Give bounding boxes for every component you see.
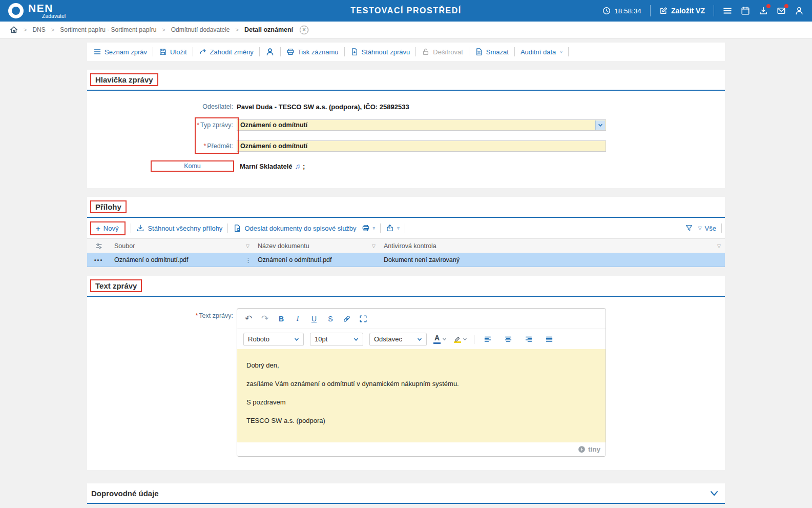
redo-button[interactable]: ↷ xyxy=(258,312,272,326)
align-justify-button[interactable] xyxy=(542,333,556,346)
align-left-button[interactable] xyxy=(481,333,495,346)
close-icon[interactable]: × xyxy=(300,26,308,34)
brand-role: Zadavatel xyxy=(42,13,66,19)
contacts-icon xyxy=(265,47,275,56)
document-gear-icon xyxy=(233,224,241,232)
chevron-down-icon xyxy=(294,337,299,342)
required-mark: * xyxy=(197,121,199,129)
chevron-separator: > xyxy=(51,27,54,33)
messages-button[interactable] xyxy=(777,6,786,15)
bold-button[interactable]: B xyxy=(274,312,288,326)
fullscreen-button[interactable] xyxy=(356,312,370,326)
column-header-nazev[interactable]: Název dokumentu ▽ xyxy=(254,239,380,253)
link-icon xyxy=(343,315,351,323)
message-list-label: Seznam zpráv xyxy=(105,48,147,56)
decrypt-button: Dešifrovat xyxy=(422,48,463,56)
cell-nazev[interactable]: Oznámení o odmítnutí.pdf xyxy=(254,253,380,267)
row-menu-icon[interactable]: ••• xyxy=(87,253,110,267)
sender-row: Odesílatel: Pavel Duda - TESCO SW a.s. (… xyxy=(87,101,725,112)
divider xyxy=(344,47,345,56)
column-label: Název dokumentu xyxy=(258,242,309,250)
editor-toolbar-row1: ↶ ↷ B I U S xyxy=(237,309,606,329)
cell-antivir[interactable]: Dokument není zavirovaný xyxy=(380,253,725,267)
menu-button[interactable] xyxy=(723,6,732,15)
underline-button[interactable]: U xyxy=(307,312,321,326)
clock-icon xyxy=(602,7,611,15)
download-all-attachments-button[interactable]: Stáhnout všechny přílohy xyxy=(136,224,222,232)
downloads-button[interactable] xyxy=(759,6,768,15)
column-header-soubor[interactable]: Soubor ▽ xyxy=(110,239,254,253)
view-all-filter-button[interactable]: ▽ Vše xyxy=(698,225,716,232)
filter-button[interactable] xyxy=(685,224,693,232)
save-button[interactable]: Uložit xyxy=(159,48,187,56)
tiny-logo-icon xyxy=(578,445,586,453)
row-actions-icon[interactable]: ⋮ xyxy=(245,256,252,264)
table-row[interactable]: ••• Oznámení o odmítnutí.pdf ⋮ Oznámení … xyxy=(87,253,725,267)
chevron-down-icon: ▿ xyxy=(373,226,376,231)
attachments-toolbar: + Nový Stáhnout všechny přílohy Odeslat … xyxy=(87,218,725,238)
send-to-filing-service-button[interactable]: Odeslat dokumenty do spisové služby xyxy=(233,224,356,232)
audit-data-button[interactable]: Auditní data ▿ xyxy=(520,48,563,56)
message-type-select[interactable]: Oznámení o odmítnutí xyxy=(237,119,606,131)
section-message-header: Hlavička zprávy Odesílatel: Pavel Duda -… xyxy=(87,70,725,188)
share-icon xyxy=(386,224,394,232)
column-header-antivir[interactable]: Antivirová kontrola ▽ xyxy=(380,239,725,253)
undo-button[interactable]: ↶ xyxy=(241,312,256,326)
divider xyxy=(514,47,515,56)
breadcrumb: > DNS > Sortiment papíru - Sortiment pap… xyxy=(0,22,812,38)
editor-content-area[interactable]: Dobrý den, zasíláme Vám oznámení o odmít… xyxy=(237,349,606,442)
print-attachments-button[interactable]: ▿ xyxy=(362,224,376,232)
subject-input[interactable] xyxy=(237,140,606,152)
message-type-row: *Typ zprávy: Oznámení o odmítnutí xyxy=(87,119,725,131)
download-all-label: Stáhnout všechny přílohy xyxy=(148,225,222,232)
delete-button[interactable]: Smazat xyxy=(475,48,509,56)
column-filter-icon[interactable]: ▽ xyxy=(372,243,376,249)
clock-display: 18:58:34 xyxy=(602,7,641,15)
rich-text-editor: ↶ ↷ B I U S Roboto 10pt xyxy=(237,308,606,457)
strikethrough-button[interactable]: S xyxy=(323,312,338,326)
italic-button[interactable]: I xyxy=(290,312,305,326)
divider xyxy=(568,47,569,56)
font-color-icon: A xyxy=(433,334,441,343)
user-icon xyxy=(795,6,804,15)
font-family-select[interactable]: Roboto xyxy=(243,333,304,346)
table-options-header[interactable] xyxy=(87,239,110,253)
record-toolbar: Seznam zpráv Uložit Zahodit změny Tisk z… xyxy=(87,43,725,61)
attachments-table: Soubor ▽ Název dokumentu ▽ Antivirová ko… xyxy=(87,238,725,267)
brand-block[interactable]: NEN Zadavatel xyxy=(8,3,66,19)
cell-soubor[interactable]: Oznámení o odmítnutí.pdf ⋮ xyxy=(110,253,254,267)
align-center-button[interactable] xyxy=(501,333,515,346)
column-filter-icon[interactable]: ▽ xyxy=(246,243,249,249)
breadcrumb-item-odmitnuti[interactable]: Odmítnutí dodavatele xyxy=(171,26,230,33)
breadcrumb-item-dns[interactable]: DNS xyxy=(32,26,45,33)
message-list-button[interactable]: Seznam zpráv xyxy=(93,48,147,56)
recipient-name[interactable]: Marní Skladatelé xyxy=(240,162,293,170)
select-dropdown-button[interactable] xyxy=(595,120,605,130)
create-vz-button[interactable]: Založit VZ xyxy=(659,7,705,15)
contacts-button[interactable] xyxy=(265,47,275,56)
section-title: Hlavička zprávy xyxy=(90,73,158,86)
download-message-button[interactable]: Stáhnout zprávu xyxy=(350,48,410,56)
link-button[interactable] xyxy=(340,312,354,326)
section-header[interactable]: Doprovodné údaje xyxy=(87,483,725,504)
new-attachment-button[interactable]: + Nový xyxy=(90,221,126,235)
discard-changes-button[interactable]: Zahodit změny xyxy=(199,48,254,56)
tiny-brand-label[interactable]: tiny xyxy=(588,445,600,453)
export-attachments-button[interactable]: ▿ xyxy=(386,224,400,232)
text-color-button[interactable]: A xyxy=(433,333,447,346)
message-header-form: Odesílatel: Pavel Duda - TESCO SW a.s. (… xyxy=(87,91,725,188)
subject-label: *Předmět: xyxy=(87,143,237,150)
home-button[interactable] xyxy=(10,26,18,34)
font-size-select[interactable]: 10pt xyxy=(310,333,363,346)
column-filter-icon[interactable]: ▽ xyxy=(717,243,721,249)
expand-chevron-icon[interactable] xyxy=(710,489,719,498)
breadcrumb-item-sortiment[interactable]: Sortiment papíru - Sortiment papíru xyxy=(60,26,156,33)
editor-toolbar-row2: Roboto 10pt Odstavec A xyxy=(237,329,606,349)
recipients-label[interactable]: Komu xyxy=(151,160,234,172)
align-right-button[interactable] xyxy=(522,333,536,346)
profile-button[interactable] xyxy=(795,6,804,15)
highlight-color-button[interactable] xyxy=(453,333,468,346)
print-record-button[interactable]: Tisk záznamu xyxy=(286,48,339,56)
block-format-select[interactable]: Odstavec xyxy=(369,333,427,346)
calendar-button[interactable] xyxy=(741,6,750,15)
